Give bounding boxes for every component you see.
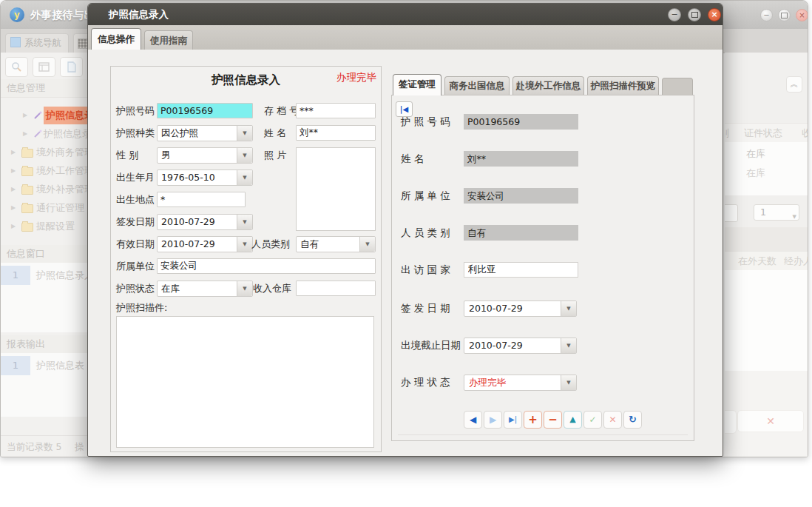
expand-arrow-icon[interactable]: ▶ <box>23 107 27 124</box>
close-button[interactable]: × <box>708 8 721 21</box>
folder-icon <box>21 149 33 158</box>
info-window-row[interactable]: 1 护照信息录入 <box>1 266 88 285</box>
visa-country-input[interactable] <box>464 262 578 278</box>
birth-date-picker[interactable]: 1976-05-10 ▼ <box>157 169 253 186</box>
expand-arrow-icon[interactable]: ▶ <box>11 162 16 180</box>
tree-item-overseas-supplement[interactable]: ▶ 境外补录管理 <box>1 181 88 198</box>
tree-item-passport-entry[interactable]: ▶ 护照信息录入 <box>1 107 88 124</box>
person-type-label: 人员类别 <box>251 236 290 252</box>
tree-item-reminder-settings[interactable]: ▶ 提醒设置 <box>1 218 88 235</box>
process-status-select[interactable]: 办理完毕 ▼ <box>464 375 577 391</box>
chevron-down-icon[interactable]: ▼ <box>237 281 252 296</box>
issue-date-picker[interactable]: 2010-07-29 ▼ <box>157 214 253 230</box>
issue-date-label: 签发日期 <box>116 214 155 230</box>
chevron-down-icon[interactable]: ▼ <box>237 215 252 229</box>
tab-business-abroad[interactable]: 商务出国信息 <box>444 76 510 95</box>
last-record-button[interactable]: ▶| <box>504 411 522 429</box>
archive-no-label: 存 档 号 <box>264 103 299 119</box>
collapse-panel-button[interactable]: ︽ <box>786 76 802 93</box>
warehouse-input[interactable] <box>296 281 376 296</box>
passport-entry-dialog: 护照信息录入 − × 信息操作 使用指南 护照信息录入 办理完毕 护照号码 存 … <box>87 3 723 457</box>
page-selector[interactable]: 1 ▼ <box>754 204 799 221</box>
chevron-down-icon: ▼ <box>793 209 796 224</box>
tree-item-overseas-work[interactable]: ▶ 境外工作管理 <box>1 162 88 180</box>
close-button[interactable]: × <box>796 9 808 21</box>
prev-record-button[interactable]: ◀ <box>464 411 482 429</box>
row-index: 1 <box>1 356 30 375</box>
visa-unit-label: 所 属 单 位 <box>401 188 450 204</box>
expand-arrow-icon[interactable]: ▶ <box>11 181 16 198</box>
scan-label: 护照扫描件: <box>116 300 167 316</box>
passport-no-input[interactable] <box>157 103 253 118</box>
tree-item-label: 通行证管理 <box>36 199 84 217</box>
visa-issue-date-picker[interactable]: 2010-07-29 ▼ <box>464 300 577 317</box>
expand-arrow-icon[interactable]: ▶ <box>11 144 16 161</box>
dialog-titlebar[interactable]: 护照信息录入 − × <box>88 4 723 25</box>
gender-select[interactable]: 男 ▼ <box>157 147 253 164</box>
confirm-button[interactable]: ✓ <box>583 411 602 429</box>
edit-record-button[interactable]: ▲ <box>564 411 582 429</box>
tab-overseas-work[interactable]: 赴境外工作信息 <box>512 76 584 95</box>
tab-system-nav[interactable]: 系统导航 <box>5 33 69 53</box>
grid-cell-status: 在库 <box>746 147 765 161</box>
person-type-select[interactable]: 自有 ▼ <box>296 236 376 252</box>
expand-arrow-icon[interactable]: ▶ <box>23 125 27 143</box>
filter-input-partial[interactable] <box>725 204 738 222</box>
visa-issue-date-label: 签 发 日 期 <box>401 300 450 316</box>
chevron-down-icon[interactable]: ▼ <box>561 301 576 316</box>
expand-arrow-icon[interactable]: ▶ <box>11 199 16 217</box>
form-icon <box>38 61 50 73</box>
visa-unit-value: 安装公司 <box>464 188 578 204</box>
col-handler[interactable]: 经办人 <box>784 252 808 271</box>
tree-item-overseas-business[interactable]: ▶ 境外商务管理 <box>1 144 88 161</box>
tab-visa-management[interactable]: 签证管理 <box>393 74 441 95</box>
exit-deadline-picker[interactable]: 2010-07-29 ▼ <box>464 338 577 354</box>
valid-date-picker[interactable]: 2010-07-29 ▼ <box>157 236 253 252</box>
passport-scan-area[interactable] <box>116 316 374 448</box>
passport-type-value: 因公护照 <box>161 126 198 141</box>
col-days-abroad[interactable]: 在外天数 <box>738 252 777 271</box>
name-input[interactable] <box>296 125 376 141</box>
edit-wand-icon <box>33 130 42 138</box>
next-record-button[interactable]: ▶ <box>484 411 502 429</box>
photo-label: 照 片 <box>264 147 286 164</box>
minimize-button[interactable]: − <box>668 8 681 21</box>
chevron-down-icon[interactable]: ▼ <box>237 126 252 141</box>
search-button[interactable] <box>5 57 28 77</box>
delete-record-button[interactable]: − <box>544 411 562 429</box>
refresh-button[interactable]: ↻ <box>623 411 642 429</box>
process-status-label: 办 理 状 态 <box>401 375 450 390</box>
chevron-down-icon[interactable]: ▼ <box>561 338 576 353</box>
report-row[interactable]: 1 护照信息表 <box>1 356 88 375</box>
tab-info-operation[interactable]: 信息操作 <box>91 28 141 50</box>
clipped-button[interactable] <box>725 410 737 434</box>
tab-user-guide[interactable]: 使用指南 <box>144 30 193 50</box>
expand-arrow-icon[interactable]: ▶ <box>11 218 16 235</box>
form-view-button[interactable] <box>33 57 55 77</box>
photo-box[interactable] <box>296 147 376 231</box>
passport-type-select[interactable]: 因公护照 ▼ <box>157 125 253 141</box>
maximize-button[interactable] <box>688 8 701 21</box>
unit-input[interactable] <box>157 258 376 274</box>
birthplace-input[interactable] <box>157 192 246 207</box>
clear-button[interactable]: ✕ <box>737 410 804 432</box>
tab-scan-preview[interactable]: 护照扫描件预览 <box>587 76 659 95</box>
passport-status-select[interactable]: 在库 ▼ <box>157 281 253 297</box>
add-record-button[interactable]: + <box>524 411 542 429</box>
cancel-button[interactable]: ✕ <box>603 411 622 429</box>
col-certificate-status[interactable]: 证件状态 <box>744 124 782 143</box>
folder-icon <box>21 167 33 176</box>
archive-no-input[interactable] <box>296 103 376 118</box>
passport-no-label: 护照号码 <box>116 103 155 119</box>
chevron-down-icon[interactable]: ▼ <box>359 237 375 252</box>
tree-item-passport-entry-2[interactable]: ▶ 护照信息录入 <box>1 125 88 143</box>
chevron-down-icon[interactable]: ▼ <box>237 170 252 185</box>
maximize-button[interactable] <box>778 9 791 21</box>
document-button[interactable] <box>60 57 83 77</box>
tree-item-pass-management[interactable]: ▶ 通行证管理 <box>1 199 88 217</box>
valid-date-label: 有效日期 <box>116 236 155 252</box>
minimize-button[interactable]: − <box>760 9 773 21</box>
chevron-down-icon[interactable]: ▼ <box>237 237 252 252</box>
chevron-down-icon[interactable]: ▼ <box>561 375 576 390</box>
chevron-down-icon[interactable]: ▼ <box>237 148 252 163</box>
